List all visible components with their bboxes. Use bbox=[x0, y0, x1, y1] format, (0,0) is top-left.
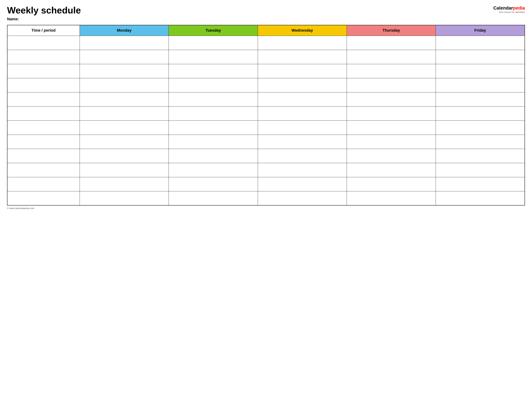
cell-row6-col3[interactable] bbox=[258, 121, 347, 135]
cell-row2-col1[interactable] bbox=[80, 64, 169, 78]
cell-row8-col0[interactable] bbox=[7, 149, 80, 163]
cell-row7-col4[interactable] bbox=[347, 135, 436, 149]
cell-row4-col1[interactable] bbox=[80, 92, 169, 106]
cell-row7-col1[interactable] bbox=[80, 135, 169, 149]
cell-row6-col2[interactable] bbox=[169, 121, 258, 135]
cell-row2-col5[interactable] bbox=[436, 64, 525, 78]
cell-row11-col4[interactable] bbox=[347, 191, 436, 205]
cell-row11-col5[interactable] bbox=[436, 191, 525, 205]
cell-row7-col0[interactable] bbox=[7, 135, 80, 149]
col-header-thursday: Thursday bbox=[347, 25, 436, 36]
cell-row3-col2[interactable] bbox=[169, 78, 258, 92]
cell-row9-col3[interactable] bbox=[258, 163, 347, 177]
page-title: Weekly schedule bbox=[7, 5, 81, 15]
cell-row11-col1[interactable] bbox=[80, 191, 169, 205]
cell-row5-col1[interactable] bbox=[80, 106, 169, 121]
logo-section: Calendarpedia Your source for calendars bbox=[493, 5, 525, 13]
table-row bbox=[7, 135, 525, 149]
cell-row8-col1[interactable] bbox=[80, 149, 169, 163]
cell-row4-col2[interactable] bbox=[169, 92, 258, 106]
cell-row1-col1[interactable] bbox=[80, 50, 169, 64]
title-section: Weekly schedule Name: bbox=[7, 5, 81, 21]
cell-row11-col3[interactable] bbox=[258, 191, 347, 205]
table-row bbox=[7, 92, 525, 106]
cell-row9-col5[interactable] bbox=[436, 163, 525, 177]
col-header-friday: Friday bbox=[436, 25, 525, 36]
schedule-table: Time / period Monday Tuesday Wednesday T… bbox=[7, 25, 525, 206]
cell-row8-col5[interactable] bbox=[436, 149, 525, 163]
cell-row10-col1[interactable] bbox=[80, 177, 169, 191]
copyright-text: © www.calendarpedia.com bbox=[7, 207, 34, 210]
cell-row0-col5[interactable] bbox=[436, 36, 525, 50]
cell-row4-col5[interactable] bbox=[436, 92, 525, 106]
cell-row9-col2[interactable] bbox=[169, 163, 258, 177]
cell-row0-col0[interactable] bbox=[7, 36, 80, 50]
cell-row1-col3[interactable] bbox=[258, 50, 347, 64]
cell-row10-col3[interactable] bbox=[258, 177, 347, 191]
cell-row5-col0[interactable] bbox=[7, 106, 80, 121]
cell-row10-col4[interactable] bbox=[347, 177, 436, 191]
cell-row2-col0[interactable] bbox=[7, 64, 80, 78]
cell-row8-col3[interactable] bbox=[258, 149, 347, 163]
cell-row5-col3[interactable] bbox=[258, 106, 347, 121]
cell-row4-col4[interactable] bbox=[347, 92, 436, 106]
cell-row3-col3[interactable] bbox=[258, 78, 347, 92]
cell-row1-col2[interactable] bbox=[169, 50, 258, 64]
cell-row4-col3[interactable] bbox=[258, 92, 347, 106]
cell-row6-col1[interactable] bbox=[80, 121, 169, 135]
cell-row7-col2[interactable] bbox=[169, 135, 258, 149]
cell-row1-col0[interactable] bbox=[7, 50, 80, 64]
cell-row9-col1[interactable] bbox=[80, 163, 169, 177]
cell-row3-col1[interactable] bbox=[80, 78, 169, 92]
cell-row3-col5[interactable] bbox=[436, 78, 525, 92]
cell-row11-col0[interactable] bbox=[7, 191, 80, 205]
table-row bbox=[7, 163, 525, 177]
cell-row9-col4[interactable] bbox=[347, 163, 436, 177]
cell-row2-col4[interactable] bbox=[347, 64, 436, 78]
cell-row3-col0[interactable] bbox=[7, 78, 80, 92]
logo-calendar-part: Calendar bbox=[493, 5, 513, 11]
cell-row10-col0[interactable] bbox=[7, 177, 80, 191]
cell-row5-col5[interactable] bbox=[436, 106, 525, 121]
table-row bbox=[7, 149, 525, 163]
table-row bbox=[7, 121, 525, 135]
cell-row1-col5[interactable] bbox=[436, 50, 525, 64]
logo-tagline: Your source for calendars bbox=[499, 11, 525, 13]
cell-row4-col0[interactable] bbox=[7, 92, 80, 106]
cell-row0-col2[interactable] bbox=[169, 36, 258, 50]
cell-row8-col2[interactable] bbox=[169, 149, 258, 163]
table-row bbox=[7, 50, 525, 64]
cell-row5-col4[interactable] bbox=[347, 106, 436, 121]
table-header-row: Time / period Monday Tuesday Wednesday T… bbox=[7, 25, 525, 36]
table-row bbox=[7, 106, 525, 121]
cell-row11-col2[interactable] bbox=[169, 191, 258, 205]
logo-pedia-part: pedia bbox=[513, 5, 525, 11]
cell-row3-col4[interactable] bbox=[347, 78, 436, 92]
col-header-tuesday: Tuesday bbox=[169, 25, 258, 36]
col-header-time: Time / period bbox=[7, 25, 80, 36]
logo-text: Calendarpedia bbox=[493, 5, 525, 11]
col-header-wednesday: Wednesday bbox=[258, 25, 347, 36]
cell-row7-col5[interactable] bbox=[436, 135, 525, 149]
cell-row8-col4[interactable] bbox=[347, 149, 436, 163]
cell-row9-col0[interactable] bbox=[7, 163, 80, 177]
cell-row7-col3[interactable] bbox=[258, 135, 347, 149]
page-header: Weekly schedule Name: Calendarpedia Your… bbox=[7, 5, 525, 21]
cell-row10-col2[interactable] bbox=[169, 177, 258, 191]
cell-row0-col3[interactable] bbox=[258, 36, 347, 50]
cell-row2-col3[interactable] bbox=[258, 64, 347, 78]
cell-row6-col4[interactable] bbox=[347, 121, 436, 135]
cell-row1-col4[interactable] bbox=[347, 50, 436, 64]
table-row bbox=[7, 64, 525, 78]
cell-row10-col5[interactable] bbox=[436, 177, 525, 191]
cell-row2-col2[interactable] bbox=[169, 64, 258, 78]
cell-row5-col2[interactable] bbox=[169, 106, 258, 121]
cell-row6-col0[interactable] bbox=[7, 121, 80, 135]
cell-row0-col1[interactable] bbox=[80, 36, 169, 50]
col-header-monday: Monday bbox=[80, 25, 169, 36]
cell-row6-col5[interactable] bbox=[436, 121, 525, 135]
footer: © www.calendarpedia.com bbox=[7, 207, 525, 210]
table-row bbox=[7, 78, 525, 92]
table-row bbox=[7, 36, 525, 50]
cell-row0-col4[interactable] bbox=[347, 36, 436, 50]
